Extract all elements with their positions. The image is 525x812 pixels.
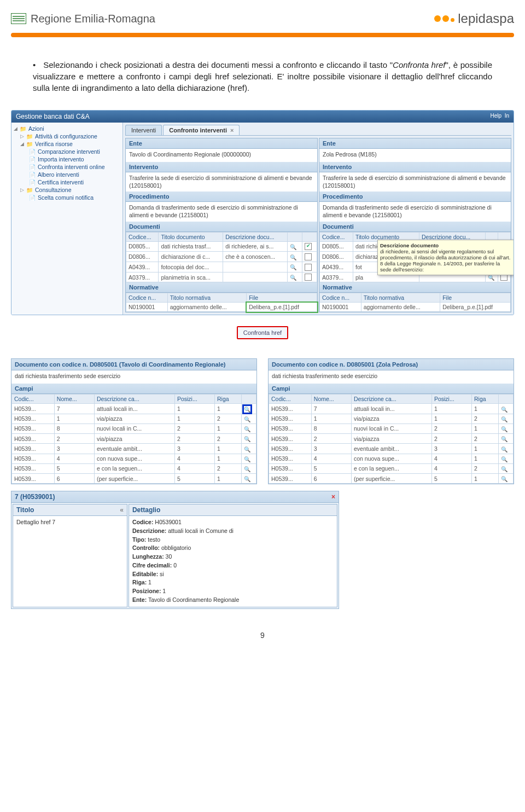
magnifier-icon[interactable] [244,466,250,472]
nav-attivita[interactable]: ▷Attività di configurazione [14,132,120,140]
compare-panel-left: Ente Tavolo di Coordinamento Regionale (… [125,138,318,312]
nav-verifica[interactable]: ◢Verifica risorse [14,140,120,148]
header-divider [11,33,514,37]
page-icon [29,179,36,185]
close-icon[interactable]: × [230,127,234,134]
table-row[interactable]: H0539...2via/piazza22 [269,434,514,444]
intro-paragraph: • Selezionando i check posizionati a des… [33,59,492,94]
section-ente: Ente [126,138,317,149]
table-row[interactable]: D0805...dati richiesta trasf...di richie… [126,241,317,252]
magnifier-icon[interactable] [501,475,508,482]
table-row[interactable]: H0539...6(per superficie...51 [12,473,256,483]
nav-albero[interactable]: Albero interventi [14,171,120,178]
table-row[interactable]: H0539...6(per superficie...51 [269,473,514,483]
dettaglio-header: Dettaglio [129,504,337,516]
magnifier-icon[interactable] [244,406,250,413]
intervento-value-left: Trasferire la sede di esercizio di sommi… [126,172,317,192]
nav-confronta-online[interactable]: Confronta interventi online [14,163,120,171]
table-row[interactable]: H0539...3eventuale ambit...31 [12,444,256,454]
table-row[interactable]: H0539...8nuovi locali in C...21 [12,424,256,433]
magnifier-icon[interactable] [290,254,296,260]
rer-emblem-icon [11,13,26,24]
app-title-text: Gestione banca dati C&A [16,113,90,120]
section-intervento: Intervento [126,162,317,172]
collapse-icon[interactable]: « [120,506,124,514]
section-documenti: Documenti [126,222,317,232]
table-row[interactable]: N0190001aggiornamento delle...Delibera_p… [126,303,317,312]
doc-title-right: Documento con codice n. D0805001 (Zola P… [269,359,514,370]
nav-azioni[interactable]: ◢Azioni [14,125,120,132]
campi-table-left: Codic...Nome...Descrizione ca...Posizi..… [11,394,256,484]
nav-certifica[interactable]: Certifica interventi [14,178,120,186]
help-link[interactable]: Help [491,113,502,119]
magnifier-icon[interactable] [290,243,296,250]
document-panel-right: Documento con codice n. D0805001 (Zola P… [268,358,514,484]
app-window: Gestione banca dati C&A Help In ◢Azioni … [11,110,514,315]
checkbox[interactable] [305,264,312,271]
magnifier-icon[interactable] [501,456,508,462]
logo-lepida: lepidaspa [434,11,514,26]
table-row[interactable]: D0806...dichiarazione di c...che è a con… [126,252,317,262]
table-row[interactable]: H0539...7attuali locali in...11 [269,404,514,414]
magnifier-icon[interactable] [244,416,250,422]
magnifier-icon[interactable] [244,456,250,462]
tab-interventi[interactable]: Interventi [125,125,162,135]
documenti-table-left: Codice...Titolo documentoDescrizione doc… [126,232,317,283]
section-procedimento: Procedimento [126,192,317,202]
page-header: Regione Emilia-Romagna lepidaspa [11,11,514,26]
close-icon[interactable]: × [331,493,335,501]
table-row[interactable]: H0539...5e con la seguen...42 [269,463,514,473]
checkbox[interactable] [305,243,312,250]
page-number: 9 [11,631,514,640]
folder-icon [26,141,33,147]
confronta-href-button[interactable]: Confronta href [237,326,288,339]
table-row[interactable]: H0539...1via/piazza12 [269,414,514,424]
campi-table-right: Codic...Nome...Descrizione ca...Posizi..… [269,394,514,484]
page-icon [29,149,36,155]
magnifier-icon[interactable] [244,426,250,432]
magnifier-icon[interactable] [244,436,250,442]
table-row[interactable]: H0539...5e con la seguen...42 [12,463,256,473]
rer-text: Regione Emilia-Romagna [31,13,155,25]
table-row[interactable]: H0539...3eventuale ambit...31 [269,444,514,454]
table-row[interactable]: A0439...fotocopia del doc... [126,262,317,272]
nav-scelta[interactable]: Scelta comuni notifica [14,194,120,201]
logo-regione: Regione Emilia-Romagna [11,13,155,25]
magnifier-icon[interactable] [290,264,296,270]
table-row[interactable]: H0539...7attuali locali in...11 [12,404,256,414]
info-link[interactable]: In [505,113,509,119]
magnifier-icon[interactable] [501,446,508,453]
document-panel-left: Documento con codice n. D0805001 (Tavolo… [11,358,257,484]
nav-comparazione[interactable]: Comparazione interventi [14,148,120,155]
magnifier-icon[interactable] [501,426,508,432]
table-row[interactable]: A0379...planimetria in sca... [126,272,317,282]
lepida-text: lepidaspa [458,11,514,26]
normativa-file-left[interactable]: Delibera_p.e.[1].pdf [247,303,317,312]
magnifier-icon[interactable] [501,436,508,442]
magnifier-icon[interactable] [244,446,250,453]
normative-table-right: Codice n...Titolo normativaFile N0190001… [319,293,511,312]
table-row[interactable]: H0539...2via/piazza22 [12,434,256,444]
checkbox[interactable] [305,274,312,281]
magnifier-icon[interactable] [501,406,508,413]
magnifier-icon[interactable] [290,274,296,281]
magnifier-icon[interactable] [501,416,508,422]
folder-icon [26,134,33,140]
nav-importa[interactable]: Importa intervento [14,155,120,163]
compare-panel-right: Ente Zola Pedrosa (M185) Intervento Tras… [319,138,511,312]
magnifier-icon[interactable] [501,466,508,472]
procedimento-value-left: Domanda di trasferimento sede di eserciz… [126,202,317,221]
table-row[interactable]: H0539...1via/piazza12 [12,414,256,424]
tooltip-descrizione: Descrizione documento di richiedere, ai … [377,240,514,275]
table-row[interactable]: H0539...8nuovi locali in C...21 [269,424,514,433]
table-row[interactable]: H0539...4con nuova supe...41 [269,454,514,463]
table-row[interactable]: N0190001aggiornamento delle...Delibera_p… [320,303,511,312]
magnifier-icon[interactable] [244,475,250,482]
ente-value-left: Tavolo di Coordinamento Regionale (00000… [126,149,317,162]
folder-icon [26,187,33,193]
checkbox[interactable] [305,253,312,260]
tab-confronto[interactable]: Confronto interventi× [163,125,240,135]
normative-table-left: Codice n...Titolo normativaFile N0190001… [126,293,317,312]
nav-consultazione[interactable]: ▷Consultazione [14,186,120,194]
table-row[interactable]: H0539...4con nuova supe...41 [12,454,256,463]
